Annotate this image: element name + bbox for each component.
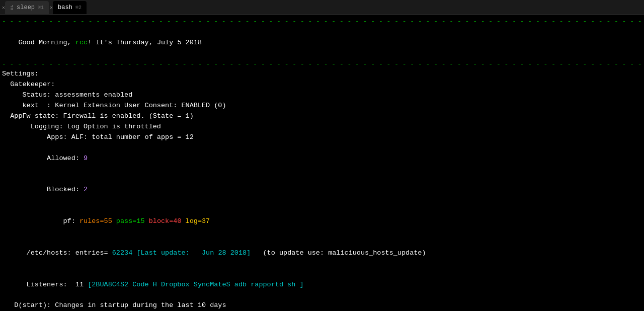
tab-sleep-shortcut: ⌘1 bbox=[38, 5, 44, 11]
d-start-line: D(start): Changes in startup during the … bbox=[0, 300, 644, 311]
kext-line: kext : Kernel Extension User Consent: EN… bbox=[0, 101, 644, 111]
spinner-icon: ⣾ bbox=[10, 5, 14, 11]
logging-line: Logging: Log Option is throttled bbox=[0, 122, 644, 132]
terminal[interactable]: - - - - - - - - - - - - - - - - - - - - … bbox=[0, 15, 644, 311]
tab-sleep[interactable]: ⣾ sleep ⌘1 bbox=[5, 1, 49, 14]
allowed-line: Allowed: 9 bbox=[0, 143, 644, 175]
blocked-line: Blocked: 2 bbox=[0, 174, 644, 206]
tab-bash-label: bash bbox=[58, 4, 72, 11]
pf-line: pf: rules=55 pass=15 block=40 log=37 bbox=[0, 206, 644, 238]
title-bar: ✕ ⣾ sleep ⌘1 ✕ bash ⌘2 bbox=[0, 0, 644, 15]
tab-sleep-label: sleep bbox=[17, 4, 35, 11]
settings-line: Settings: bbox=[0, 69, 644, 80]
top-dashed-line: - - - - - - - - - - - - - - - - - - - - … bbox=[0, 17, 644, 26]
tab-bash[interactable]: bash ⌘2 bbox=[53, 1, 87, 14]
listeners-line: Listeners: 11 [2BUA8C4S2 Code H Dropbox … bbox=[0, 269, 644, 301]
gatekeeper-line: Gatekeeper: bbox=[0, 80, 644, 90]
apps-line: Apps: ALF: total number of apps = 12 bbox=[0, 132, 644, 143]
bottom-dashed-line: - - - - - - - - - - - - - - - - - - - - … bbox=[0, 60, 644, 69]
tab-bash-shortcut: ⌘2 bbox=[75, 5, 82, 11]
hosts-line: /etc/hosts: entries= 62234 [Last update:… bbox=[0, 238, 644, 269]
greeting-line: Good Morning, rcc! It's Thursday, July 5… bbox=[0, 26, 644, 60]
status-line: Status: assessments enabled bbox=[0, 90, 644, 101]
appfw-line: AppFw state: Firewall is enabled. (State… bbox=[0, 111, 644, 122]
